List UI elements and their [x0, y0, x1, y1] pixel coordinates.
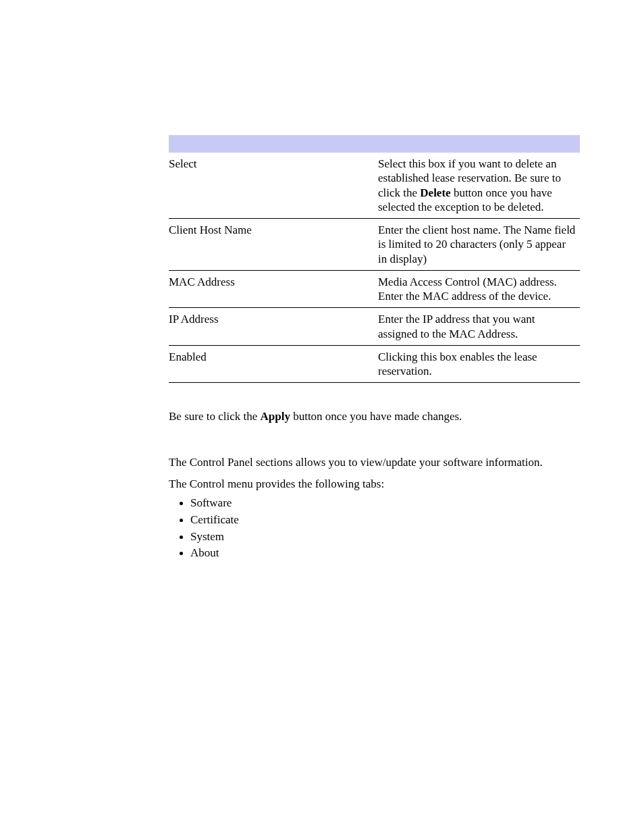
field-description-table: Select Select this box if you want to de… [169, 135, 580, 383]
document-page: Select Select this box if you want to de… [0, 0, 644, 562]
list-item: Software [190, 495, 580, 512]
list-item: About [190, 545, 580, 562]
control-panel-intro: The Control Panel sections allows you to… [169, 454, 580, 471]
control-tabs-list: Software Certificate System About [169, 495, 580, 563]
field-description: Media Access Control (MAC) address. Ente… [378, 270, 580, 308]
table-row: Select Select this box if you want to de… [169, 153, 580, 219]
table-row: Enabled Clicking this box enables the le… [169, 345, 580, 383]
field-description: Enter the IP address that you want assig… [378, 308, 580, 346]
apply-note: Be sure to click the Apply button once y… [169, 409, 580, 425]
control-tabs-lead: The Control menu provides the following … [169, 476, 580, 492]
field-description: Enter the client host name. The Name fie… [378, 219, 580, 271]
list-item: System [190, 529, 580, 546]
field-name: MAC Address [169, 270, 378, 308]
field-description: Clicking this box enables the lease rese… [378, 345, 580, 383]
table-header-row [169, 135, 580, 153]
list-item: Certificate [190, 512, 580, 529]
field-name: IP Address [169, 308, 378, 346]
field-name: Enabled [169, 345, 378, 383]
table-row: IP Address Enter the IP address that you… [169, 308, 580, 346]
table-row: MAC Address Media Access Control (MAC) a… [169, 270, 580, 308]
table-row: Client Host Name Enter the client host n… [169, 219, 580, 271]
field-name: Select [169, 153, 378, 219]
field-name: Client Host Name [169, 219, 378, 271]
field-description: Select this box if you want to delete an… [378, 153, 580, 219]
